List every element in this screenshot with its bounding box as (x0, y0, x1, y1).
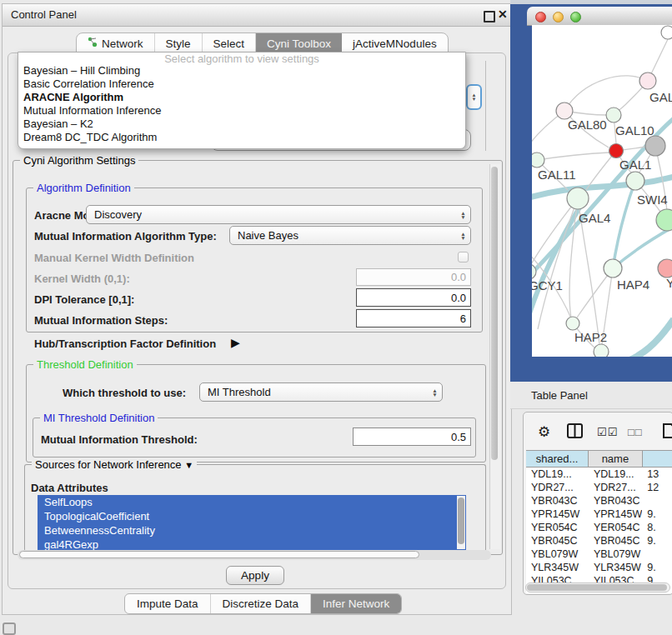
table-row[interactable]: YPR145W YPR145W 9. (526, 508, 672, 521)
node-bottom-partial[interactable] (594, 344, 609, 357)
expand-arrow-icon[interactable]: ▶ (231, 336, 240, 349)
node-green-right[interactable] (656, 209, 672, 231)
table-panel-title: Table Panel (531, 389, 588, 402)
node-hap2[interactable] (566, 317, 579, 330)
node-unlabeled[interactable] (661, 26, 672, 39)
close-traffic-light[interactable] (535, 12, 546, 22)
node-label: GAL10 (615, 123, 654, 138)
settings-scrollbar-thumb[interactable] (491, 167, 498, 460)
control-panel-window: Control Panel ✕ Network Style Select Cyn… (2, 3, 512, 615)
kernel-width-input[interactable] (356, 268, 471, 286)
settings-hscroll-thumb[interactable] (19, 551, 419, 558)
manual-kernel-checkbox[interactable] (458, 252, 469, 262)
column-header-partial[interactable] (643, 451, 672, 467)
dropdown-item-basic-correlation[interactable]: Basic Correlation Inference (18, 78, 465, 91)
node-label: SWI4 (637, 192, 668, 207)
minimized-panel-icon[interactable] (3, 622, 16, 635)
zoom-traffic-light[interactable] (570, 12, 581, 22)
tab-jactivemnodules[interactable]: jActiveMNodules (342, 33, 448, 53)
dpi-tolerance-input[interactable] (356, 288, 471, 307)
tab-network[interactable]: Network (77, 33, 155, 53)
document-icon[interactable] (663, 423, 672, 442)
node-gal10[interactable] (606, 108, 621, 122)
close-icon[interactable]: ✕ (498, 8, 508, 21)
bottom-tabbar: Impute Data Discretize Data Infer Networ… (124, 593, 402, 614)
dropdown-item-mutual-information[interactable]: Mutual Information Inference (18, 104, 465, 118)
dropdown-item-bayesian-k2[interactable]: Bayesian – K2 (18, 118, 465, 131)
aracne-mode-combo[interactable]: Discovery ▲▼ (86, 205, 471, 224)
node-gal11[interactable] (532, 152, 544, 168)
dpi-tolerance-label: DPI Tolerance [0,1]: (34, 293, 134, 306)
table-header-row: shared... name (526, 450, 672, 468)
tab-network-label: Network (102, 38, 143, 50)
mi-type-combo[interactable]: Naive Bayes ▲▼ (229, 226, 471, 245)
node-salmon-right[interactable] (658, 259, 672, 278)
table-row[interactable]: YBR043C YBR043C (526, 494, 672, 508)
dropdown-item-aracne[interactable]: ARACNE Algorithm (18, 91, 465, 104)
list-item-topologicalcoefficient[interactable]: TopologicalCoefficient (38, 509, 466, 523)
tab-infer-network[interactable]: Infer Network (311, 594, 401, 613)
columns-icon[interactable] (567, 423, 583, 442)
node-hap4[interactable] (604, 259, 622, 278)
select-all-checkboxes-icon[interactable]: ☑☑ (597, 426, 618, 438)
gear-icon[interactable]: ⚙ (538, 423, 550, 441)
table-hscroll-thumb[interactable] (527, 584, 667, 591)
desktop-top-strip (510, 0, 672, 4)
network-edge[interactable] (621, 319, 672, 357)
cyni-algorithm-settings-title: Cyni Algorithm Settings (20, 154, 138, 167)
table-row[interactable]: YBL079W YBL079W (526, 548, 672, 561)
algorithm-combo-fragment[interactable]: ▲▼ (466, 84, 482, 110)
float-window-icon[interactable] (484, 11, 495, 22)
algorithm-dropdown-popup: Select algorithm to view settings Bayesi… (18, 52, 466, 149)
tab-cyni-toolbox[interactable]: Cyni Toolbox (256, 33, 342, 53)
deselect-all-checkboxes-icon[interactable]: □□ (628, 426, 643, 438)
mi-steps-input[interactable] (356, 309, 471, 328)
which-threshold-label: Which threshold to use: (63, 387, 186, 399)
table-row[interactable]: YLR345W YLR345W 9. (526, 561, 672, 574)
hub-definition-label[interactable]: Hub/Transcription Factor Definition (34, 338, 216, 350)
list-scrollbar-track[interactable] (457, 496, 465, 549)
node-swi4[interactable] (626, 172, 644, 190)
network-edge[interactable] (613, 181, 635, 268)
node-gal4[interactable] (567, 188, 589, 209)
dropdown-item-dream8[interactable]: Dream8 DC_TDC Algorithm (18, 131, 465, 144)
which-threshold-value: MI Threshold (208, 386, 271, 398)
tab-discretize-data[interactable]: Discretize Data (211, 594, 312, 613)
tab-style[interactable]: Style (155, 33, 203, 53)
table-row[interactable]: YDL19... YDL19... 13 (526, 468, 672, 481)
network-canvas[interactable]: GAL GAL80 GAL10 GAL1 GAL11 SWI4 GAL4 GCY… (532, 25, 672, 357)
node-gal1-selected[interactable] (609, 144, 624, 158)
which-threshold-combo[interactable]: MI Threshold ▲▼ (199, 382, 443, 402)
mi-steps-label: Mutual Information Steps: (34, 314, 168, 327)
network-edge[interactable] (564, 76, 648, 111)
network-window-titlebar[interactable] (527, 7, 672, 26)
list-item-gal4rgexp[interactable]: gal4RGexp (38, 538, 466, 550)
network-icon (88, 37, 98, 50)
sources-group-title: Sources for Network Inference ▼ (32, 458, 197, 471)
network-edge[interactable] (537, 152, 609, 160)
node-gal80[interactable] (556, 102, 573, 119)
mi-threshold-input[interactable] (353, 428, 471, 446)
tab-select[interactable]: Select (203, 33, 257, 53)
collapse-arrow-icon[interactable]: ▼ (184, 460, 193, 470)
stepper-icon: ▲▼ (456, 211, 470, 219)
control-panel-title: Control Panel (11, 8, 77, 21)
algorithm-definition-title: Algorithm Definition (33, 182, 134, 194)
list-item-selfloops[interactable]: SelfLoops (38, 495, 466, 509)
node-gray[interactable] (645, 136, 665, 156)
table-row[interactable]: YER054C YER054C 8. (526, 521, 672, 534)
node-gal-partial[interactable] (639, 72, 656, 89)
table-row[interactable]: YBR045C YBR045C 9. (526, 534, 672, 548)
dropdown-item-bayesian-hill-climbing[interactable]: Bayesian – Hill Climbing (18, 64, 465, 78)
tab-impute-data[interactable]: Impute Data (125, 594, 211, 613)
apply-button[interactable]: Apply (226, 566, 284, 585)
stepper-icon: ▲▼ (456, 232, 470, 240)
list-item-betweennesscentrality[interactable]: BetweennessCentrality (38, 523, 466, 538)
minimize-traffic-light[interactable] (553, 12, 564, 22)
table-row[interactable]: YDR27... YDR27... 12 (526, 481, 672, 494)
list-scrollbar-thumb[interactable] (458, 498, 464, 544)
column-header-name[interactable]: name (589, 451, 643, 467)
column-header-shared[interactable]: shared... (526, 451, 589, 467)
mi-type-label: Mutual Information Algorithm Type: (34, 230, 217, 242)
data-attributes-list: SelfLoops TopologicalCoefficient Between… (38, 495, 466, 550)
